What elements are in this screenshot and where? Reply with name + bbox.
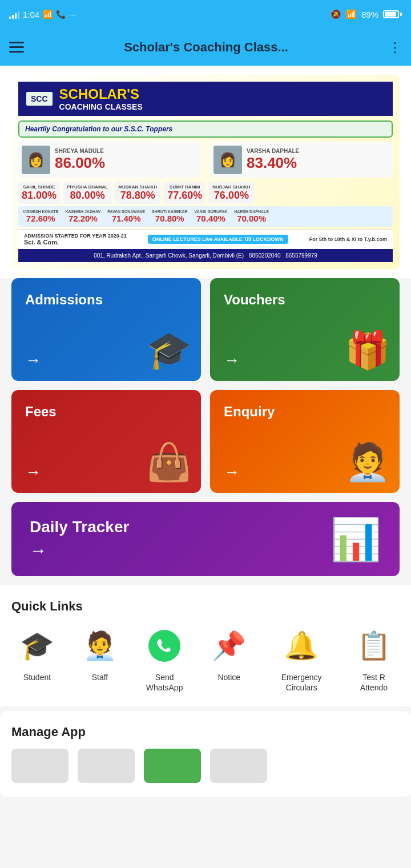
manage-item-1[interactable] xyxy=(11,749,68,783)
staff-icon: 🧑‍💼 xyxy=(79,625,120,666)
topper-2-photo: 👩 xyxy=(213,146,242,174)
test-attendance-icon: 📋 xyxy=(353,625,394,666)
topper-3-score: 81.00% xyxy=(22,190,57,202)
online-badge: ONLINE LECTURES Live AVAILABLE Till LOCK… xyxy=(148,235,288,244)
topper-1: 👩 SHREYA MADULE 86.00% xyxy=(18,142,201,178)
status-right: 🔕 📶 89% xyxy=(331,9,402,19)
manage-app-content xyxy=(11,749,400,783)
signal-bars xyxy=(9,10,19,19)
topper-4-name: PIYUSHA DHAMAL xyxy=(67,184,108,190)
status-left: 1:04 📶 📞 ··· xyxy=(9,10,75,19)
vouchers-card[interactable]: Vouchers → 🎁 xyxy=(210,278,400,381)
banner-address: 001, Rudraksh Apt., Sangarli Chowk, Sang… xyxy=(18,249,393,262)
sim-icon: 📶 xyxy=(43,10,53,19)
test-attendance-label: Test R Attendo xyxy=(348,672,400,693)
notice-label: Notice xyxy=(217,672,240,682)
topper-13-score: 70.00% xyxy=(237,214,266,223)
quick-link-test-attendance[interactable]: 📋 Test R Attendo xyxy=(348,625,400,693)
topper-8-score: 72.60% xyxy=(26,214,55,223)
topper-12-name: VANSI GURUPAK xyxy=(195,210,228,214)
quick-links-scroll: 🎓 Student 🧑‍💼 Staff Send WhatsApp 📌 Noti… xyxy=(11,625,400,697)
battery-percent: 89% xyxy=(361,10,378,19)
cards-grid: Admissions → 🎓 Vouchers → 🎁 Fees → 👜 Enq… xyxy=(11,278,400,493)
congrats-text: Heartily Congratulation to our S.S.C. To… xyxy=(18,120,393,138)
manage-item-3[interactable] xyxy=(144,749,201,783)
topper-12-score: 70.40% xyxy=(196,214,225,223)
topper-9-name: KASHISH JADHAV xyxy=(66,210,101,214)
topper-7-name: NURJAH SHAIKH xyxy=(212,184,250,190)
enquiry-label: Enquiry xyxy=(224,404,386,420)
topper-10: PAVAN SONAWANE 71.40% xyxy=(105,208,147,224)
topper-11: SHRUTI KASEKAR 70.80% xyxy=(150,208,190,224)
fees-icon: 👜 xyxy=(146,441,192,484)
alarm-off-icon: 🔕 xyxy=(331,9,341,19)
admissions-label: Admissions xyxy=(25,292,187,308)
enquiry-icon: 🧑‍💼 xyxy=(345,441,390,484)
topper-11-name: SHRUTI KASEKAR xyxy=(152,210,188,214)
topper-1-name: SHREYA MADULE xyxy=(55,148,105,154)
status-time: 1:04 xyxy=(23,10,39,19)
topper-8: VIGNESH KOKATE 72.60% xyxy=(21,208,61,224)
staff-label: Staff xyxy=(92,672,108,682)
more-options-button[interactable]: ⋮ xyxy=(388,39,402,55)
cards-section: Admissions → 🎓 Vouchers → 🎁 Fees → 👜 Enq… xyxy=(0,278,411,585)
notice-icon: 📌 xyxy=(208,625,249,666)
topper-10-name: PAVAN SONAWANE xyxy=(107,210,145,214)
daily-tracker-card[interactable]: Daily Tracker → 📊 xyxy=(11,502,400,576)
topper-5-score: 78.80% xyxy=(120,190,155,202)
top-toppers: 👩 SHREYA MADULE 86.00% 👩 VARSHA DAPHALE … xyxy=(18,142,393,178)
tracker-label: Daily Tracker xyxy=(30,518,129,536)
status-bar: 1:04 📶 📞 ··· 🔕 📶 89% xyxy=(0,0,411,29)
classes-info: For 5th to 10th & XI to T.y.b.com xyxy=(309,236,387,242)
more-status-icon: ··· xyxy=(69,10,75,19)
manage-item-2[interactable] xyxy=(78,749,135,783)
quick-link-notice[interactable]: 📌 Notice xyxy=(203,625,255,693)
topper-4: PIYUSHA DHAMAL 80.00% xyxy=(63,182,111,204)
topper-7-score: 76.00% xyxy=(214,190,249,202)
tracker-icon: 📊 xyxy=(330,515,381,564)
fees-label: Fees xyxy=(25,404,187,420)
quick-link-staff[interactable]: 🧑‍💼 Staff xyxy=(74,625,126,693)
scc-logo: SCC xyxy=(25,91,54,107)
topper-6-name: SUMIT RANIM xyxy=(170,184,200,190)
topper-11-score: 70.80% xyxy=(155,214,184,223)
manage-app-title: Manage App xyxy=(11,725,400,740)
fees-card[interactable]: Fees → 👜 xyxy=(11,390,201,493)
topper-6-score: 77.60% xyxy=(167,190,202,202)
manage-item-4[interactable] xyxy=(210,749,267,783)
enquiry-card[interactable]: Enquiry → 🧑‍💼 xyxy=(210,390,400,493)
topper-2: 👩 VARSHA DAPHALE 83.40% xyxy=(210,142,393,178)
quick-link-whatsapp[interactable]: Send WhatsApp xyxy=(137,625,192,693)
battery-indicator xyxy=(383,10,402,18)
whatsapp-icon xyxy=(144,625,185,666)
topper-5: MUSKAN SHAIKH 78.80% xyxy=(115,182,160,204)
vouchers-label: Vouchers xyxy=(224,292,386,308)
tracker-arrow: → xyxy=(30,541,129,560)
toppers-row-2: VIGNESH KOKATE 72.60% KASHISH JADHAV 72.… xyxy=(18,206,393,227)
student-label: Student xyxy=(23,672,51,682)
banner-footer: ADMISSION STARTED FOR YEAR 2020-21 Sci. … xyxy=(18,229,393,249)
topper-6: SUMIT RANIM 77.60% xyxy=(164,182,206,204)
tracker-left: Daily Tracker → xyxy=(30,518,129,560)
quick-link-student[interactable]: 🎓 Student xyxy=(11,625,63,693)
student-icon: 🎓 xyxy=(17,625,58,666)
topper-3-name: SAHIL SHINDE xyxy=(23,184,55,190)
topper-13: HARSH DAPHALE 70.00% xyxy=(232,208,271,224)
quick-links-title: Quick Links xyxy=(11,599,400,614)
topper-2-info: VARSHA DAPHALE 83.40% xyxy=(247,148,299,172)
banner-container: SCC SCHOLAR'S COACHING CLASSES Heartily … xyxy=(0,66,411,278)
topper-4-score: 80.00% xyxy=(70,190,105,202)
call-icon: 📞 xyxy=(56,10,66,19)
quick-link-emergency-circulars[interactable]: 🔔 Emergency Circulars xyxy=(266,625,337,693)
topper-2-score: 83.40% xyxy=(247,154,299,172)
whatsapp-label: Send WhatsApp xyxy=(137,672,192,693)
topper-13-name: HARSH DAPHALE xyxy=(234,210,269,214)
hamburger-menu[interactable] xyxy=(9,42,24,53)
topper-8-name: VIGNESH KOKATE xyxy=(23,210,59,214)
topper-1-score: 86.00% xyxy=(55,154,105,172)
topper-12: VANSI GURUPAK 70.40% xyxy=(192,208,230,224)
wifi-icon: 📶 xyxy=(346,9,357,19)
topper-1-photo: 👩 xyxy=(22,146,50,174)
admissions-card[interactable]: Admissions → 🎓 xyxy=(11,278,201,381)
phone-1: 8850202040 xyxy=(249,252,281,259)
